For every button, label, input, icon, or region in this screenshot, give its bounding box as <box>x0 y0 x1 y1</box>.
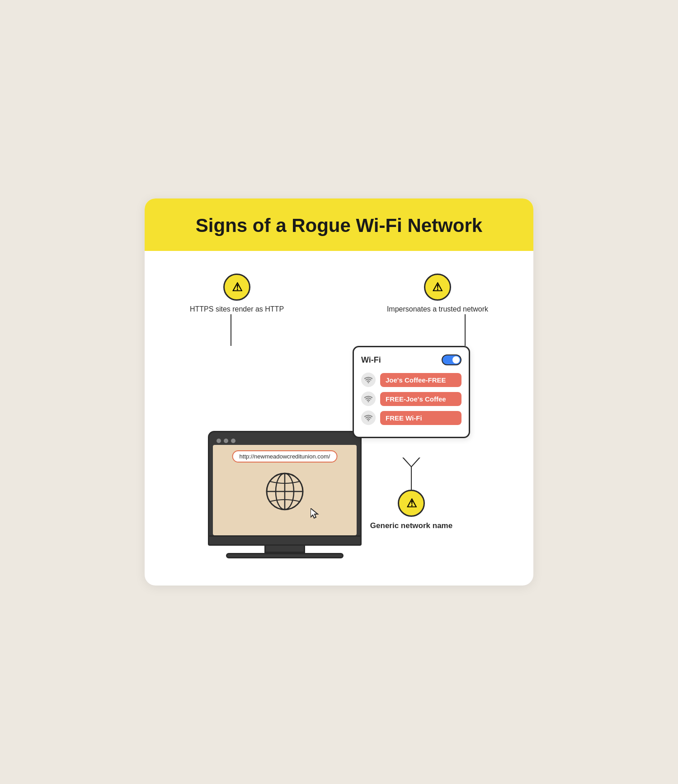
bottom-connector-line <box>411 467 412 490</box>
svg-point-7 <box>368 420 369 421</box>
warning-badge-generic: ⚠ <box>398 490 425 517</box>
wifi-arrow-outer <box>402 458 420 468</box>
left-line-wrap <box>231 314 231 346</box>
laptop-stand <box>264 546 305 553</box>
main-illustration: http://newmeadowcreditunion.com/ <box>172 346 506 558</box>
generic-sign-text: Generic network name <box>370 520 452 531</box>
svg-point-5 <box>368 382 369 383</box>
top-labels-row: ⚠ HTTPS sites render as HTTP ⚠ Impersona… <box>172 274 506 314</box>
laptop-foot <box>226 553 344 558</box>
laptop-base <box>208 537 362 546</box>
warning-icon-https: ⚠ <box>232 280 242 294</box>
svg-marker-4 <box>311 508 318 518</box>
impersonates-sign-text: Impersonates a trusted network <box>387 304 488 314</box>
warning-badge-impersonates: ⚠ <box>424 274 451 301</box>
connector-lines <box>172 314 506 346</box>
wifi-panel: Wi-Fi <box>353 346 470 438</box>
network-label-3: FREE Wi-Fi <box>380 411 461 425</box>
svg-point-6 <box>368 401 369 402</box>
toggle-knob <box>452 356 460 364</box>
network-label-1: Joe's Coffee-FREE <box>380 373 461 387</box>
wifi-title: Wi-Fi <box>361 355 381 365</box>
warning-icon-generic: ⚠ <box>406 496 417 510</box>
warning-icon-impersonates: ⚠ <box>432 280 443 294</box>
wifi-network-1: Joe's Coffee-FREE <box>361 373 461 387</box>
panel-arrow <box>402 456 420 466</box>
cursor-icon <box>311 508 320 523</box>
wifi-toggle[interactable] <box>442 354 461 365</box>
wifi-signal-1 <box>361 373 376 387</box>
left-connector-line <box>231 314 231 346</box>
page-title: Signs of a Rogue Wi-Fi Network <box>163 215 515 236</box>
header-section: Signs of a Rogue Wi-Fi Network <box>145 198 533 251</box>
globe-icon <box>262 469 307 516</box>
content-section: ⚠ HTTPS sites render as HTTP ⚠ Impersona… <box>145 251 533 586</box>
sign-https: ⚠ HTTPS sites render as HTTP <box>190 274 284 314</box>
wifi-arrow-inner <box>404 458 419 466</box>
wifi-signal-2 <box>361 392 376 406</box>
laptop-graphic: http://newmeadowcreditunion.com/ <box>208 431 362 558</box>
warning-badge-https: ⚠ <box>223 274 250 301</box>
generic-network-sign: ⚠ Generic network name <box>370 490 452 531</box>
dot-1 <box>217 439 221 443</box>
sign-impersonates: ⚠ Impersonates a trusted network <box>387 274 488 314</box>
laptop-screen-inner: http://newmeadowcreditunion.com/ <box>213 445 357 535</box>
right-line-wrap <box>465 314 466 346</box>
wifi-header: Wi-Fi <box>361 354 461 365</box>
wifi-signal-3 <box>361 411 376 425</box>
wifi-network-3: FREE Wi-Fi <box>361 411 461 425</box>
url-bar: http://newmeadowcreditunion.com/ <box>232 450 338 463</box>
right-connector-line <box>465 314 466 346</box>
dot-2 <box>224 439 228 443</box>
wifi-network-2: FREE-Joe's Coffee <box>361 392 461 406</box>
laptop-screen-outer: http://newmeadowcreditunion.com/ <box>208 431 362 537</box>
main-card: Signs of a Rogue Wi-Fi Network ⚠ HTTPS s… <box>145 198 533 586</box>
laptop-dots <box>213 436 357 445</box>
wifi-panel-wrap: Wi-Fi <box>353 346 470 531</box>
https-sign-text: HTTPS sites render as HTTP <box>190 304 284 314</box>
dot-3 <box>231 439 235 443</box>
network-label-2: FREE-Joe's Coffee <box>380 392 461 406</box>
